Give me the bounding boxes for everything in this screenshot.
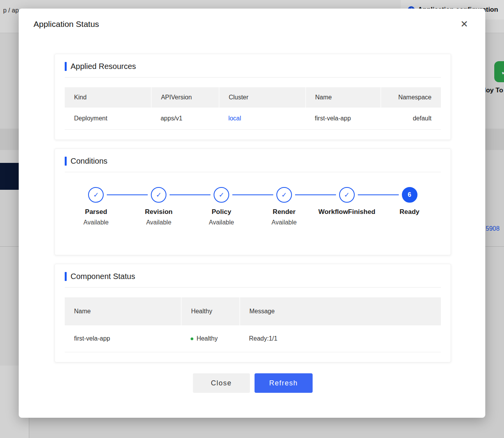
applied-resources-table: Kind APIVersion Cluster Name Namespace D… [65, 87, 441, 130]
step-label: Render [273, 208, 296, 216]
step-number-circle: 6 [402, 187, 417, 203]
col-healthy: Healthy [181, 297, 240, 325]
conditions-head: Conditions [65, 149, 441, 172]
component-status-table: Name Healthy Message first-vela-app [65, 297, 441, 352]
condition-step-revision: ✓ Revision Available [127, 187, 190, 227]
step-sublabel: Available [83, 219, 109, 227]
check-circle-icon: ✓ [214, 187, 229, 203]
cell-kind: Deployment [65, 108, 151, 130]
step-sublabel: Available [272, 219, 297, 227]
modal-title: Application Status [34, 19, 99, 29]
component-status-title: Component Status [71, 272, 135, 281]
healthy-dot-icon [191, 337, 193, 340]
col-cluster: Cluster [219, 87, 306, 108]
col-namespace: Namespace [381, 87, 441, 108]
col-apiversion: APIVersion [151, 87, 219, 108]
applied-resources-card: Applied Resources Kind APIVersion Cluste… [55, 54, 451, 140]
cell-component-name: first-vela-app [65, 325, 181, 352]
condition-step-workflowfinished: ✓ WorkflowFinished [315, 187, 378, 227]
conditions-stepper: ✓ Parsed Available ✓ Revision Available … [55, 172, 451, 255]
check-circle-icon: ✓ [339, 187, 355, 203]
application-status-modal: Application Status ✕ Applied Resources K… [19, 9, 485, 418]
check-icon: ✓ [93, 191, 99, 199]
cluster-link[interactable]: local [228, 115, 241, 122]
col-name: Name [65, 297, 181, 325]
component-status-header-row: Name Healthy Message [65, 297, 441, 325]
section-accent-bar [65, 62, 67, 71]
check-circle-icon: ✓ [88, 187, 104, 203]
condition-step-ready: 6 Ready [378, 187, 441, 227]
component-status-body: Name Healthy Message first-vela-app [55, 288, 451, 362]
step-sublabel: Available [146, 219, 172, 227]
cell-healthy: Healthy [181, 325, 240, 352]
cell-apiversion: apps/v1 [151, 108, 219, 130]
applied-resources-body: Kind APIVersion Cluster Name Namespace D… [55, 78, 451, 140]
cell-cluster: local [219, 108, 306, 130]
close-icon[interactable]: ✕ [458, 19, 470, 30]
step-label: Ready [400, 208, 419, 216]
condition-step-parsed: ✓ Parsed Available [65, 187, 127, 227]
screen: p / ap i Application configuration ✓ loy… [0, 0, 504, 438]
check-icon: ✓ [281, 191, 287, 199]
conditions-title: Conditions [71, 157, 108, 166]
healthy-label: Healthy [196, 335, 218, 342]
col-message: Message [240, 297, 441, 325]
component-status-card: Component Status Name Healthy Message [55, 264, 451, 362]
applied-resources-head: Applied Resources [65, 54, 441, 78]
cell-message: Ready:1/1 [240, 325, 441, 352]
step-label: Parsed [85, 208, 107, 216]
step-label: Revision [145, 208, 173, 216]
component-status-head: Component Status [65, 264, 441, 288]
step-number: 6 [408, 191, 411, 198]
check-icon: ✓ [219, 191, 224, 199]
applied-resources-header-row: Kind APIVersion Cluster Name Namespace [65, 87, 441, 108]
modal-body: Applied Resources Kind APIVersion Cluste… [19, 30, 485, 393]
modal-header: Application Status ✕ [19, 9, 485, 30]
cell-namespace: default [381, 108, 441, 130]
close-button[interactable]: Close [193, 373, 250, 393]
col-name: Name [306, 87, 381, 108]
col-kind: Kind [65, 87, 151, 108]
refresh-button[interactable]: Refresh [255, 373, 313, 393]
modal-footer: Close Refresh [55, 373, 451, 393]
applied-resources-title: Applied Resources [71, 62, 136, 71]
table-row: first-vela-app Healthy Ready:1/1 [65, 325, 441, 352]
check-icon: ✓ [156, 191, 161, 199]
step-label: Policy [212, 208, 231, 216]
section-accent-bar [65, 157, 67, 166]
section-accent-bar [65, 272, 67, 281]
check-icon: ✓ [344, 191, 350, 199]
condition-step-render: ✓ Render Available [253, 187, 315, 227]
check-circle-icon: ✓ [151, 187, 166, 203]
condition-step-policy: ✓ Policy Available [190, 187, 253, 227]
conditions-card: Conditions ✓ Parsed Available ✓ Revision… [55, 148, 451, 255]
table-row: Deployment apps/v1 local first-vela-app … [65, 108, 441, 130]
step-sublabel: Available [209, 219, 234, 227]
check-circle-icon: ✓ [276, 187, 292, 203]
cell-name: first-vela-app [306, 108, 381, 130]
step-label: WorkflowFinished [318, 208, 375, 216]
